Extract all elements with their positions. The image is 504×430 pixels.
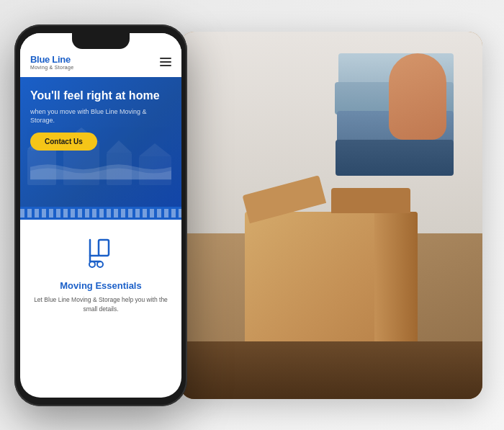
hero-title: You'll feel right at home — [30, 89, 171, 104]
floor — [180, 341, 482, 399]
cart-icon-wrapper — [83, 234, 119, 273]
hero-section: You'll feel right at home when you move … — [20, 77, 181, 207]
hand — [389, 53, 446, 140]
photo-card — [180, 32, 482, 399]
brand-name: Blue Line — [30, 55, 73, 65]
stripe-divider — [20, 207, 181, 220]
brand-subtitle: Moving & Storage — [30, 65, 73, 70]
jeans-stack — [331, 53, 461, 197]
menu-line-3 — [160, 65, 171, 66]
brand-name-text: Blue Line — [30, 55, 73, 65]
contact-us-button[interactable]: Contact Us — [30, 133, 97, 151]
hamburger-menu-icon[interactable] — [160, 58, 171, 66]
phone-screen: Blue Line Moving & Storage — [20, 33, 181, 398]
hero-subtitle: when you move with Blue Line Moving & St… — [30, 107, 171, 125]
box-flap-right — [331, 188, 410, 213]
hero-buildings-icon — [20, 120, 181, 192]
svg-rect-9 — [99, 240, 109, 256]
brand-logo: Blue Line Moving & Storage — [30, 55, 73, 70]
svg-marker-6 — [107, 140, 132, 153]
moving-section: Moving Essentials Let Blue Line Moving &… — [20, 220, 181, 324]
scene: Blue Line Moving & Storage — [7, 10, 497, 421]
moving-essentials-title: Moving Essentials — [60, 280, 141, 291]
jean-layer-4 — [336, 140, 454, 176]
menu-line-2 — [160, 61, 171, 63]
moving-essentials-description: Let Blue Line Moving & Storage help you … — [30, 295, 171, 314]
wave-decoration-icon — [30, 161, 171, 181]
phone-notch — [72, 33, 130, 49]
svg-marker-8 — [139, 143, 171, 156]
menu-line-1 — [160, 58, 171, 59]
moving-cart-icon — [83, 234, 119, 270]
phone-mockup: Blue Line Moving & Storage — [14, 24, 187, 406]
